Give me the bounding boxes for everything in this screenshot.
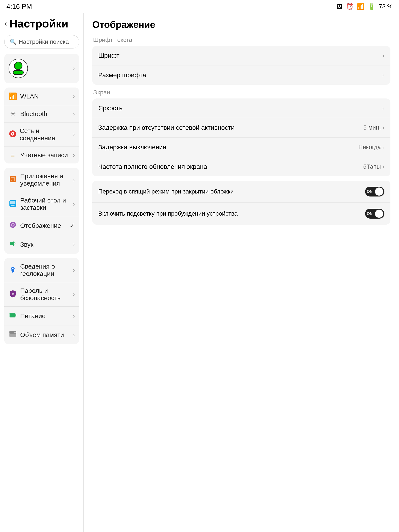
search-icon: 🔍 [10,39,17,45]
storage-chevron: › [73,331,75,338]
off-delay-chevron: › [382,144,384,151]
svg-rect-14 [10,242,12,245]
svg-rect-23 [15,314,16,316]
battery-label: Питание [20,312,45,320]
apps-label: Приложения иуведомления [20,172,63,187]
wlan-chevron: › [73,93,75,100]
wifi-icon: 📶 [357,3,364,10]
brightness-row[interactable]: Яркость › [92,98,390,118]
location-chevron: › [73,267,75,273]
svg-rect-1 [13,70,23,75]
sidebar-item-desktop[interactable]: Рабочий стол изаставки › [4,192,79,216]
screen-card: Яркость › Задержка при отсутствии сетево… [92,98,390,176]
svg-rect-9 [10,201,15,204]
backlight-wake-row: Включить подсветку при пробуждении устро… [92,203,390,225]
toggle-knob-2 [375,209,383,218]
svg-marker-17 [11,270,15,273]
alarm-icon: ⏰ [346,3,354,10]
svg-rect-7 [11,178,14,181]
off-delay-row[interactable]: Задержка выключения Никогда › [92,138,390,157]
sleep-delay-row[interactable]: Задержка при отсутствии сетевой активнос… [92,118,390,138]
sidebar-header: ‹ Настройки [4,17,79,30]
svg-point-26 [14,332,16,333]
sleep-delay-chevron: › [382,124,384,131]
battery-menu-icon [9,311,17,321]
toggle-card: Переход в спящий режим при закрытии обло… [92,181,390,225]
sidebar: ‹ Настройки 🔍 Настройки поиска › [0,13,84,532]
desktop-label: Рабочий стол изаставки [20,197,66,211]
security-chevron: › [73,291,75,298]
backlight-wake-toggle[interactable]: ON [365,209,384,219]
avatar-svg [10,60,27,77]
bluetooth-label: Bluetooth [20,110,47,118]
sidebar-item-accounts[interactable]: ≡ Учетные записи › [4,147,79,164]
location-label: Сведения огеолокации [20,263,55,277]
accounts-icon: ≡ [9,152,17,159]
svg-point-19 [12,293,14,295]
svg-marker-15 [12,241,14,246]
section-font-label: Шрифт текста [92,37,390,43]
profile-card-group: › [4,54,79,83]
brightness-chevron: › [382,105,384,112]
status-bar: 4:16 PM 🖼 ⏰ 📶 🔋 73 % [0,0,399,13]
display-icon [9,221,17,230]
status-icons: 🖼 ⏰ 📶 🔋 73 % [336,3,393,10]
desktop-chevron: › [73,201,75,208]
bluetooth-chevron: › [73,110,75,117]
sound-chevron: › [73,241,75,248]
search-box[interactable]: 🔍 Настройки поиска [4,35,79,49]
accounts-label: Учетные записи [20,152,68,159]
sidebar-item-bluetooth[interactable]: ✳ Bluetooth › [4,105,79,122]
sound-icon [9,240,17,249]
avatar [9,59,28,78]
sidebar-item-network[interactable]: Сеть и соединение › [4,122,79,147]
sleep-cover-row: Переход в спящий режим при закрытии обло… [92,181,390,203]
sleep-cover-toggle[interactable]: ON [365,187,384,196]
sleep-delay-label: Задержка при отсутствии сетевой активнос… [98,124,363,131]
back-button[interactable]: ‹ [4,19,7,28]
profile-card[interactable]: › [4,54,79,83]
desktop-icon [9,200,17,209]
battery-chevron: › [73,313,75,319]
battery-icon: 🔋 [368,3,375,10]
profile-chevron: › [73,65,75,72]
refresh-rate-row[interactable]: Частота полного обновления экрана 5Тапы … [92,157,390,176]
sidebar-item-wlan[interactable]: 📶 WLAN › [4,88,79,105]
font-size-chevron: › [382,72,384,78]
security-icon [9,290,17,299]
status-time: 4:16 PM [6,3,32,11]
toggle-on-text-1: ON [367,190,373,194]
wlan-label: WLAN [20,93,39,100]
sleep-delay-value: 5 мин. [363,124,381,131]
sidebar-item-apps[interactable]: Приложения иуведомления › [4,168,79,192]
svg-point-13 [12,224,14,226]
content-area: Отображение Шрифт текста Шрифт › Размер … [84,13,399,532]
network-icon [9,130,17,139]
svg-point-0 [14,62,22,70]
network-group: 📶 WLAN › ✳ Bluetooth › [4,88,79,164]
sidebar-item-location[interactable]: Сведения огеолокации › [4,258,79,282]
sidebar-item-security[interactable]: Пароль ибезопасность › [4,282,79,307]
brightness-label: Яркость [98,104,382,112]
location-icon [9,266,17,275]
battery-percent: 73 % [379,3,393,10]
system-group: Сведения огеолокации › Пароль ибезопасно… [4,258,79,344]
sidebar-item-sound[interactable]: Звук › [4,235,79,254]
refresh-rate-value: 5Тапы [363,163,381,170]
font-type-label: Шрифт [98,52,382,59]
search-label: Настройки поиска [19,38,69,45]
display-checkmark: ✓ [70,222,75,229]
off-delay-value: Никогда [358,144,381,151]
sleep-cover-label: Переход в спящий режим при закрытии обло… [98,188,365,195]
font-type-row[interactable]: Шрифт › [92,46,390,65]
sidebar-item-display[interactable]: Отображение ✓ [4,216,79,235]
storage-icon [9,330,17,339]
font-size-label: Размер шрифта [98,71,382,79]
network-chevron: › [73,131,75,138]
sidebar-item-battery[interactable]: Питание › [4,307,79,325]
sidebar-item-storage[interactable]: Объем памяти › [4,325,79,344]
font-size-row[interactable]: Размер шрифта › [92,65,390,85]
wlan-icon: 📶 [9,92,17,100]
svg-rect-21 [10,313,13,317]
sidebar-title: Настройки [9,17,68,30]
